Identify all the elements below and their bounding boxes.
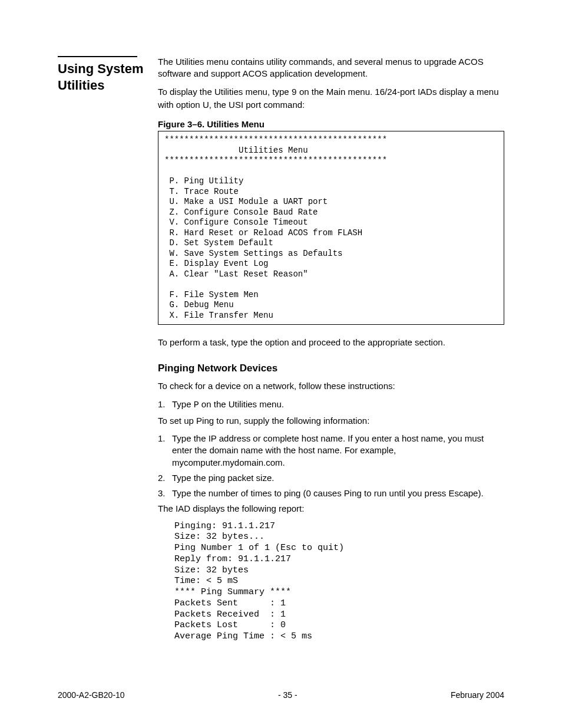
page: Using System Utilities The Utilities men… bbox=[0, 0, 562, 728]
step1a: Type bbox=[172, 399, 194, 409]
page-footer: 2000-A2-GB20-10 - 35 - February 2004 bbox=[58, 690, 504, 700]
side-heading-block: Using System Utilities bbox=[58, 56, 158, 93]
list-item-text: Type the IP address or complete host nam… bbox=[172, 433, 504, 469]
step1b: on the Utilities menu. bbox=[199, 399, 284, 409]
list-item-text: Type the number of times to ping (0 caus… bbox=[172, 487, 484, 499]
sub-heading: Pinging Network Devices bbox=[158, 363, 504, 374]
intro-p2-code: 9 bbox=[292, 88, 297, 98]
intro-p2a: To display the Utilities menu, type bbox=[158, 87, 292, 97]
sub-paragraph-1: To check for a device on a network, foll… bbox=[158, 380, 504, 392]
footer-center: - 35 - bbox=[278, 690, 297, 700]
utilities-menu-box: ****************************************… bbox=[158, 131, 504, 325]
list-item-text: Type the ping packet size. bbox=[172, 472, 274, 484]
step-num: 1. bbox=[158, 398, 172, 411]
step-text: Type P on the Utilities menu. bbox=[172, 398, 284, 411]
list-item: 1.Type the IP address or complete host n… bbox=[158, 433, 504, 469]
numbered-list-2: 1.Type the IP address or complete host n… bbox=[158, 433, 504, 499]
footer-right: February 2004 bbox=[451, 690, 504, 700]
intro-paragraph-2: To display the Utilities menu, type 9 on… bbox=[158, 86, 504, 111]
after-menu-paragraph: To perform a task, type the option and p… bbox=[158, 337, 504, 348]
main-column: The Utilities menu contains utility comm… bbox=[158, 56, 504, 643]
side-heading-text: Using System Utilities bbox=[58, 61, 158, 93]
figure-caption: Figure 3–6. Utilities Menu bbox=[158, 119, 504, 129]
list-item-num: 2. bbox=[158, 472, 172, 484]
list-item-num: 3. bbox=[158, 487, 172, 499]
intro-paragraph-1: The Utilities menu contains utility comm… bbox=[158, 56, 504, 80]
list-item: 3.Type the number of times to ping (0 ca… bbox=[158, 487, 504, 499]
sub-paragraph-3: The IAD displays the following report: bbox=[158, 503, 504, 515]
list-item-num: 1. bbox=[158, 433, 172, 469]
ping-output: Pinging: 91.1.1.217 Size: 32 bytes... Pi… bbox=[174, 521, 504, 643]
list-item: 2.Type the ping packet size. bbox=[158, 472, 504, 484]
side-rule bbox=[58, 56, 137, 57]
sub-paragraph-2: To set up Ping to run, supply the follow… bbox=[158, 415, 504, 427]
footer-left: 2000-A2-GB20-10 bbox=[58, 690, 125, 700]
content-row: Using System Utilities The Utilities men… bbox=[58, 56, 504, 643]
step1-code: P bbox=[194, 400, 199, 410]
step-item-1: 1. Type P on the Utilities menu. bbox=[158, 398, 504, 411]
